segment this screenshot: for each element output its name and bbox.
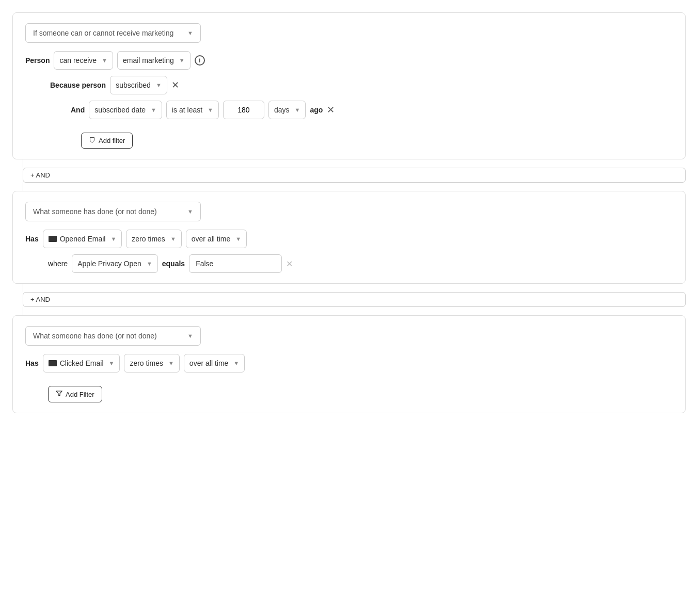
has-label-3: Has (25, 359, 39, 367)
add-filter-label-1: Add filter (99, 137, 125, 144)
chevron-down-icon-prop-2: ▼ (147, 261, 152, 267)
main-condition-label-3: What someone has done (or not done) (33, 332, 157, 340)
info-icon[interactable]: i (195, 55, 205, 66)
frequency-value-3: zero times (130, 359, 163, 367)
chevron-down-icon-opened: ▼ (110, 236, 116, 242)
condition-block-3: What someone has done (or not done) ▼ Ha… (12, 315, 686, 413)
email-icon-2 (49, 236, 57, 242)
subscribed-date-value: subscribed date (94, 106, 146, 114)
frequency-value-2: zero times (132, 235, 165, 243)
subscribed-dropdown[interactable]: subscribed ▼ (110, 76, 167, 94)
add-filter-button-3[interactable]: Add Filter (48, 386, 102, 402)
email-icon-3 (49, 360, 57, 366)
email-marketing-value: email marketing (123, 56, 174, 64)
main-condition-dropdown-1[interactable]: If someone can or cannot receive marketi… (25, 23, 201, 43)
property-dropdown-2[interactable]: Apple Privacy Open ▼ (72, 254, 158, 273)
chevron-down-icon-freq-3: ▼ (168, 360, 174, 366)
property-value-2: Apple Privacy Open (77, 260, 141, 268)
time-range-value-2: over all time (192, 235, 230, 243)
chevron-down-icon-email-marketing: ▼ (179, 57, 185, 63)
time-range-dropdown-3[interactable]: over all time ▼ (184, 354, 245, 372)
is-at-least-dropdown[interactable]: is at least ▼ (166, 101, 219, 119)
chevron-down-icon-days: ▼ (295, 107, 300, 113)
and-label: And (71, 106, 85, 114)
has-row-3: Has Clicked Email ▼ zero times ▼ over al… (25, 354, 673, 372)
chevron-down-icon-time-2: ▼ (235, 236, 241, 242)
chevron-down-icon-sub-date: ▼ (151, 107, 156, 113)
and-connector-2: + AND (12, 284, 686, 315)
chevron-down-icon-3: ▼ (187, 333, 193, 339)
main-condition-dropdown-3[interactable]: What someone has done (or not done) ▼ (25, 326, 201, 346)
and-filter-row: And subscribed date ▼ is at least ▼ days… (25, 101, 673, 119)
opened-email-dropdown[interactable]: Opened Email ▼ (43, 230, 122, 248)
can-receive-value: can receive (59, 56, 97, 64)
equals-value-2: False (189, 254, 282, 273)
filter-icon-3 (56, 390, 62, 398)
email-marketing-dropdown[interactable]: email marketing ▼ (117, 51, 191, 70)
subscribed-value: subscribed (116, 81, 151, 89)
ago-label: ago (310, 106, 323, 114)
is-at-least-value: is at least (172, 106, 202, 114)
has-row-2: Has Opened Email ▼ zero times ▼ over all… (25, 230, 673, 248)
equals-value-text-2: False (196, 260, 213, 268)
subscribed-date-dropdown[interactable]: subscribed date ▼ (89, 101, 162, 119)
connector-line-bottom-1 (23, 183, 23, 191)
chevron-down-icon-can-receive: ▼ (102, 57, 107, 63)
time-range-dropdown-2[interactable]: over all time ▼ (186, 230, 247, 248)
clicked-email-value: Clicked Email (60, 359, 104, 367)
has-label-2: Has (25, 235, 39, 243)
add-filter-button-1[interactable]: ⛉ Add filter (81, 133, 133, 149)
close-and-filter-button[interactable]: ✕ (327, 105, 335, 115)
days-unit-dropdown[interactable]: days ▼ (268, 101, 306, 119)
block3-rows: Has Clicked Email ▼ zero times ▼ over al… (25, 354, 673, 402)
add-filter-row-1: ⛉ Add filter (25, 125, 673, 149)
because-label: Because person (50, 81, 106, 89)
chevron-down-icon-freq-2: ▼ (170, 236, 176, 242)
days-value-input[interactable] (223, 101, 264, 119)
chevron-down-icon-is-at-least: ▼ (208, 107, 213, 113)
add-filter-row-3: Add Filter (25, 379, 673, 402)
and-button-label-1: + AND (30, 171, 50, 179)
add-filter-label-3: Add Filter (66, 391, 94, 398)
connector-line-top-1 (23, 159, 23, 168)
chevron-down-icon-subscribed: ▼ (156, 82, 162, 88)
block1-rows: Person can receive ▼ email marketing ▼ i… (25, 51, 673, 149)
can-receive-dropdown[interactable]: can receive ▼ (54, 51, 113, 70)
frequency-dropdown-2[interactable]: zero times ▼ (126, 230, 181, 248)
chevron-down-icon-clicked: ▼ (109, 360, 115, 366)
main-condition-label-1: If someone can or cannot receive marketi… (33, 29, 173, 37)
and-button-2[interactable]: + AND (23, 292, 686, 307)
connector-line-top-2 (23, 284, 23, 292)
and-button-label-2: + AND (30, 296, 50, 303)
main-condition-dropdown-2[interactable]: What someone has done (or not done) ▼ (25, 202, 201, 221)
where-label-2: where (48, 260, 68, 268)
clicked-email-dropdown[interactable]: Clicked Email ▼ (43, 354, 120, 372)
equals-label-2: equals (162, 260, 185, 268)
close-where-button-2[interactable]: ✕ (286, 259, 293, 269)
person-label: Person (25, 56, 50, 64)
filter-icon-1: ⛉ (89, 137, 96, 144)
and-connector-1: + AND (12, 159, 686, 191)
connector-line-bottom-2 (23, 307, 23, 315)
block2-rows: Has Opened Email ▼ zero times ▼ over all… (25, 230, 673, 273)
time-range-value-3: over all time (189, 359, 228, 367)
chevron-down-icon-1: ▼ (187, 30, 193, 36)
where-row-2: where Apple Privacy Open ▼ equals False … (25, 254, 673, 273)
close-because-button[interactable]: ✕ (171, 80, 179, 90)
condition-block-2: What someone has done (or not done) ▼ Ha… (12, 191, 686, 284)
and-button-1[interactable]: + AND (23, 168, 686, 183)
person-row: Person can receive ▼ email marketing ▼ i (25, 51, 673, 70)
main-condition-label-2: What someone has done (or not done) (33, 207, 157, 216)
opened-email-value: Opened Email (60, 235, 106, 243)
condition-block-1: If someone can or cannot receive marketi… (12, 12, 686, 159)
chevron-down-icon-time-3: ▼ (233, 360, 239, 366)
chevron-down-icon-2: ▼ (187, 208, 193, 215)
days-unit-value: days (274, 106, 290, 114)
frequency-dropdown-3[interactable]: zero times ▼ (124, 354, 179, 372)
because-person-row: Because person subscribed ▼ ✕ (25, 76, 673, 94)
